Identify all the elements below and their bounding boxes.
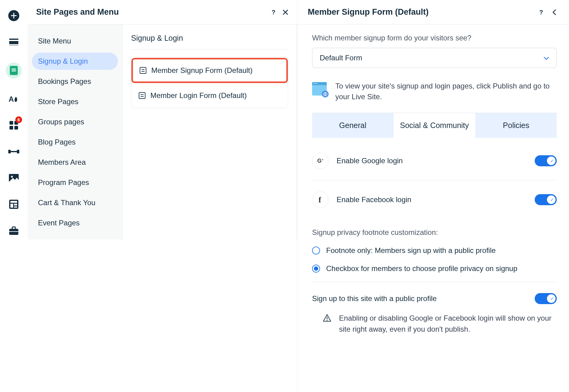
public-profile-row: Sign up to this site with a public profi… [312, 282, 557, 313]
svg-rect-2 [9, 41, 18, 44]
warning-row: Enabling or disabling Google or Facebook… [312, 313, 557, 335]
svg-text:?: ? [539, 9, 543, 16]
public-profile-toggle[interactable]: ✓ [535, 293, 557, 304]
tab-general[interactable]: General [312, 113, 394, 138]
settings-tabs: General Social & Community Policies [312, 113, 557, 138]
back-icon[interactable] [550, 8, 559, 17]
radio-icon [312, 247, 320, 254]
google-login-row: G+ Enable Google login ✓ [312, 141, 557, 180]
svg-point-38 [327, 320, 328, 321]
radio-label: Footnote only: Members sign up with a pu… [326, 245, 496, 256]
help-icon[interactable]: ? [537, 8, 545, 17]
tool-rail: A 6 [0, 0, 28, 392]
add-icon[interactable] [8, 10, 20, 21]
radio-icon [312, 265, 320, 273]
sidebar-item-cart[interactable]: Cart & Thank You [32, 194, 118, 211]
svg-text:G: G [317, 158, 322, 164]
pages-panel-header: Site Pages and Menu ? [28, 0, 297, 24]
svg-rect-26 [140, 67, 146, 74]
sidebar-item-blog[interactable]: Blog Pages [32, 134, 118, 151]
form-icon [139, 92, 145, 99]
svg-rect-3 [9, 45, 18, 45]
tab-policies[interactable]: Policies [475, 113, 557, 138]
facebook-login-row: f Enable Facebook login ✓ [312, 180, 557, 219]
form-row-label: Member Login Form (Default) [150, 91, 247, 100]
svg-text:f: f [318, 195, 321, 204]
form-question: Which member signup form do your visitor… [312, 34, 557, 42]
svg-rect-21 [14, 206, 17, 208]
settings-title: Member Signup Form (Default) [308, 7, 429, 17]
forms-list: Member Signup Form (Default) Member Logi… [131, 58, 288, 108]
svg-rect-23 [12, 227, 15, 229]
sections-icon[interactable] [8, 36, 20, 48]
help-icon[interactable]: ? [269, 8, 277, 17]
chevron-down-icon [544, 54, 549, 62]
sidebar-item-bookings[interactable]: Bookings Pages [32, 73, 118, 90]
settings-header: Member Signup Form (Default) ? [297, 0, 569, 24]
fitness-icon[interactable] [8, 146, 20, 157]
page-categories: Site Menu Signup & Login Bookings Pages … [28, 24, 122, 239]
svg-rect-29 [139, 92, 145, 99]
footnote-section-label: Signup privacy footnote customization: [312, 228, 557, 237]
layout-icon[interactable] [8, 198, 20, 210]
svg-rect-5 [12, 69, 16, 70]
publish-info: To view your site's signup and login pag… [312, 81, 557, 113]
radio-footnote-only[interactable]: Footnote only: Members sign up with a pu… [312, 245, 557, 256]
warning-text: Enabling or disabling Google or Facebook… [339, 313, 557, 335]
form-select[interactable]: Default Form [312, 48, 557, 68]
public-profile-label: Sign up to this site with a public profi… [312, 294, 535, 303]
panel-title: Site Pages and Menu [36, 7, 119, 17]
browser-icon [312, 82, 327, 96]
form-row-signup[interactable]: Member Signup Form (Default) [131, 58, 288, 83]
sidebar-item-signup-login[interactable]: Signup & Login [32, 53, 118, 70]
form-row-label: Member Signup Form (Default) [151, 66, 253, 75]
svg-text:A: A [9, 95, 14, 103]
sidebar-item-site-menu[interactable]: Site Menu [32, 32, 118, 50]
svg-rect-24 [9, 231, 18, 232]
form-row-login[interactable]: Member Login Form (Default) [131, 83, 288, 108]
svg-rect-8 [9, 121, 13, 125]
business-icon[interactable] [8, 225, 20, 236]
sidebar-item-program[interactable]: Program Pages [32, 174, 118, 191]
svg-rect-18 [10, 201, 17, 203]
facebook-icon: f [312, 191, 329, 208]
svg-rect-1 [9, 39, 18, 40]
facebook-login-label: Enable Facebook login [337, 195, 527, 204]
form-icon [140, 67, 146, 74]
svg-rect-19 [10, 204, 13, 208]
apps-icon[interactable]: 6 [8, 119, 20, 131]
radio-checkbox-privacy[interactable]: Checkbox for members to choose profile p… [312, 263, 557, 274]
svg-text:?: ? [272, 9, 275, 16]
media-icon[interactable] [8, 172, 20, 184]
svg-point-16 [11, 176, 13, 178]
sidebar-item-store[interactable]: Store Pages [32, 93, 118, 110]
apps-badge: 6 [15, 116, 22, 123]
sidebar-item-members[interactable]: Members Area [32, 154, 118, 171]
forms-list-title: Signup & Login [131, 34, 288, 50]
svg-rect-12 [8, 150, 11, 153]
svg-rect-13 [17, 150, 19, 153]
info-text: To view your site's signup and login pag… [335, 81, 557, 102]
radio-label: Checkbox for members to choose profile p… [326, 263, 517, 274]
svg-text:+: + [322, 158, 323, 161]
sidebar-item-event[interactable]: Event Pages [32, 214, 118, 232]
svg-rect-14 [11, 151, 17, 152]
pages-icon[interactable] [6, 62, 22, 78]
close-icon[interactable] [281, 8, 290, 17]
svg-rect-10 [9, 126, 13, 130]
svg-rect-11 [14, 126, 18, 130]
google-login-toggle[interactable]: ✓ [535, 155, 557, 166]
tab-social[interactable]: Social & Community [394, 113, 475, 138]
theme-icon[interactable]: A [8, 93, 20, 105]
sidebar-item-groups[interactable]: Groups pages [32, 113, 118, 130]
google-login-label: Enable Google login [337, 156, 527, 165]
svg-rect-20 [14, 204, 17, 205]
select-value: Default Form [320, 54, 362, 62]
facebook-login-toggle[interactable]: ✓ [535, 194, 557, 205]
svg-rect-6 [12, 70, 16, 71]
warning-icon [322, 314, 332, 322]
google-icon: G+ [312, 153, 329, 169]
